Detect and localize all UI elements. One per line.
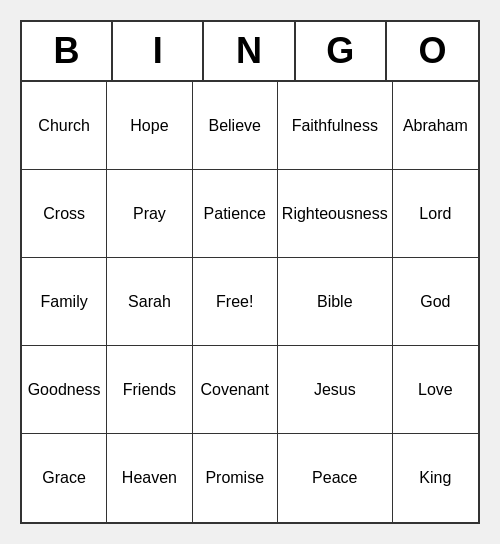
cell-23[interactable]: Peace — [278, 434, 393, 522]
cell-5[interactable]: Cross — [22, 170, 107, 258]
cell-10[interactable]: Family — [22, 258, 107, 346]
header-b: B — [22, 22, 113, 80]
cell-19[interactable]: Love — [393, 346, 478, 434]
header-o: O — [387, 22, 478, 80]
cell-text-10: Family — [41, 293, 88, 311]
cell-3[interactable]: Faithfulness — [278, 82, 393, 170]
cell-17[interactable]: Covenant — [193, 346, 278, 434]
cell-18[interactable]: Jesus — [278, 346, 393, 434]
cell-text-22: Promise — [205, 469, 264, 487]
cell-1[interactable]: Hope — [107, 82, 192, 170]
cell-text-20: Grace — [42, 469, 86, 487]
cell-text-0: Church — [38, 117, 90, 135]
cell-text-16: Friends — [123, 381, 176, 399]
cell-text-13: Bible — [317, 293, 353, 311]
cell-12[interactable]: Free! — [193, 258, 278, 346]
cell-22[interactable]: Promise — [193, 434, 278, 522]
cell-0[interactable]: Church — [22, 82, 107, 170]
header-n: N — [204, 22, 295, 80]
bingo-header: BINGO — [22, 22, 478, 82]
cell-7[interactable]: Patience — [193, 170, 278, 258]
cell-text-7: Patience — [204, 205, 266, 223]
cell-text-11: Sarah — [128, 293, 171, 311]
cell-text-21: Heaven — [122, 469, 177, 487]
header-i: I — [113, 22, 204, 80]
cell-14[interactable]: God — [393, 258, 478, 346]
cell-24[interactable]: King — [393, 434, 478, 522]
cell-text-18: Jesus — [314, 381, 356, 399]
cell-15[interactable]: Goodness — [22, 346, 107, 434]
cell-text-4: Abraham — [403, 117, 468, 135]
cell-6[interactable]: Pray — [107, 170, 192, 258]
cell-4[interactable]: Abraham — [393, 82, 478, 170]
cell-text-5: Cross — [43, 205, 85, 223]
cell-text-2: Believe — [208, 117, 260, 135]
bingo-card: BINGO ChurchHopeBelieveFaithfulnessAbrah… — [20, 20, 480, 524]
cell-21[interactable]: Heaven — [107, 434, 192, 522]
cell-2[interactable]: Believe — [193, 82, 278, 170]
cell-text-8: Righteousness — [282, 205, 388, 223]
cell-text-24: King — [419, 469, 451, 487]
bingo-grid: ChurchHopeBelieveFaithfulnessAbrahamCros… — [22, 82, 478, 522]
cell-text-9: Lord — [419, 205, 451, 223]
cell-text-15: Goodness — [28, 381, 101, 399]
cell-text-3: Faithfulness — [292, 117, 378, 135]
cell-11[interactable]: Sarah — [107, 258, 192, 346]
cell-text-17: Covenant — [200, 381, 269, 399]
header-g: G — [296, 22, 387, 80]
cell-text-23: Peace — [312, 469, 357, 487]
cell-text-1: Hope — [130, 117, 168, 135]
cell-16[interactable]: Friends — [107, 346, 192, 434]
cell-text-19: Love — [418, 381, 453, 399]
cell-text-12: Free! — [216, 293, 253, 311]
cell-9[interactable]: Lord — [393, 170, 478, 258]
cell-20[interactable]: Grace — [22, 434, 107, 522]
cell-8[interactable]: Righteousness — [278, 170, 393, 258]
cell-text-6: Pray — [133, 205, 166, 223]
cell-13[interactable]: Bible — [278, 258, 393, 346]
cell-text-14: God — [420, 293, 450, 311]
